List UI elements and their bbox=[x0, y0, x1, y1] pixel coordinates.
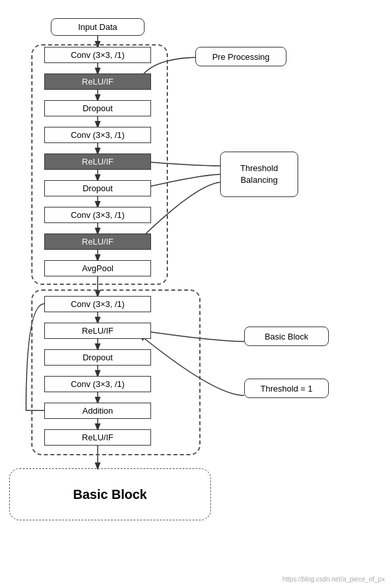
dropout3-label: Dropout bbox=[83, 353, 113, 362]
relu1-label: ReLU/IF bbox=[82, 77, 113, 87]
basic-block-bottom-label: Basic Block bbox=[73, 487, 146, 502]
relu2-label: ReLU/IF bbox=[82, 157, 113, 167]
pre-processing-label-box: Pre Processing bbox=[195, 47, 286, 66]
relu2-box: ReLU/IF bbox=[44, 154, 151, 170]
dropout2-label: Dropout bbox=[83, 183, 113, 193]
conv1-box: Conv (3×3, /1) bbox=[44, 47, 151, 63]
relu4-label: ReLU/IF bbox=[82, 326, 113, 336]
relu5-label: ReLU/IF bbox=[82, 433, 113, 442]
threshold-balancing-label: Threshold Balancing bbox=[221, 163, 298, 186]
relu4-box: ReLU/IF bbox=[44, 323, 151, 339]
conv1-label: Conv (3×3, /1) bbox=[71, 50, 125, 60]
addition-label: Addition bbox=[83, 406, 113, 416]
basic-block-label-box: Basic Block bbox=[244, 327, 329, 346]
conv3-box: Conv (3×3, /1) bbox=[44, 207, 151, 223]
conv5-label: Conv (3×3, /1) bbox=[71, 379, 125, 389]
relu5-box: ReLU/IF bbox=[44, 429, 151, 446]
addition-box: Addition bbox=[44, 403, 151, 419]
input-data-label: Input Data bbox=[78, 22, 117, 32]
relu1-box: ReLU/IF bbox=[44, 74, 151, 90]
conv3-label: Conv (3×3, /1) bbox=[71, 210, 125, 220]
dropout1-box: Dropout bbox=[44, 100, 151, 116]
relu3-box: ReLU/IF bbox=[44, 234, 151, 250]
relu3-label: ReLU/IF bbox=[82, 237, 113, 247]
watermark: https://blog.csdn.net/a_piece_of_px bbox=[283, 576, 385, 583]
basic-block-bottom-box: Basic Block bbox=[9, 468, 211, 520]
threshold-eq-label-box: Threshold = 1 bbox=[244, 379, 329, 398]
conv2-label: Conv (3×3, /1) bbox=[71, 130, 125, 140]
conv5-box: Conv (3×3, /1) bbox=[44, 376, 151, 392]
conv4-label: Conv (3×3, /1) bbox=[71, 299, 125, 309]
basic-block-label: Basic Block bbox=[264, 332, 308, 341]
avgpool-box: AvgPool bbox=[44, 260, 151, 276]
input-data-box: Input Data bbox=[51, 18, 145, 36]
dropout2-box: Dropout bbox=[44, 180, 151, 196]
dropout3-box: Dropout bbox=[44, 349, 151, 366]
conv4-box: Conv (3×3, /1) bbox=[44, 296, 151, 312]
threshold-balancing-label-box: Threshold Balancing bbox=[220, 152, 298, 197]
pre-processing-label: Pre Processing bbox=[212, 52, 270, 62]
diagram: Input Data Conv (3×3, /1) ReLU/IF Dropou… bbox=[0, 0, 390, 588]
conv2-box: Conv (3×3, /1) bbox=[44, 127, 151, 143]
threshold-eq-label: Threshold = 1 bbox=[260, 384, 313, 394]
dropout1-label: Dropout bbox=[83, 103, 113, 113]
avgpool-label: AvgPool bbox=[82, 263, 113, 273]
